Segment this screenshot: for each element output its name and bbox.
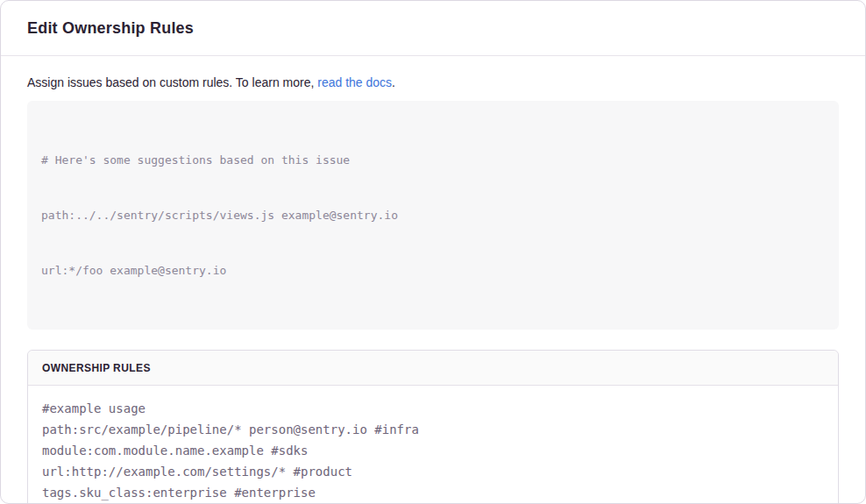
read-the-docs-link[interactable]: read the docs bbox=[317, 75, 392, 89]
ownership-rules-panel: OWNERSHIP RULES #example usage path:src/… bbox=[27, 350, 839, 504]
suggestion-code-line: # Here's some suggestions based on this … bbox=[41, 151, 825, 169]
description-text: Assign issues based on custom rules. To … bbox=[27, 75, 317, 89]
suggestions-code-block: # Here's some suggestions based on this … bbox=[27, 101, 839, 330]
description-suffix: . bbox=[392, 75, 395, 89]
description: Assign issues based on custom rules. To … bbox=[27, 75, 839, 90]
edit-ownership-rules-dialog: Edit Ownership Rules Assign issues based… bbox=[0, 0, 866, 504]
suggestion-code-line: path:../../sentry/scripts/views.js examp… bbox=[41, 206, 825, 224]
dialog-header: Edit Ownership Rules bbox=[1, 1, 865, 56]
ownership-rules-panel-header: OWNERSHIP RULES bbox=[28, 351, 838, 386]
dialog-body: Assign issues based on custom rules. To … bbox=[1, 56, 865, 504]
suggestion-code-line: url:*/foo example@sentry.io bbox=[41, 261, 825, 280]
dialog-title: Edit Ownership Rules bbox=[27, 19, 194, 38]
ownership-rules-textarea[interactable]: #example usage path:src/example/pipeline… bbox=[28, 386, 838, 504]
